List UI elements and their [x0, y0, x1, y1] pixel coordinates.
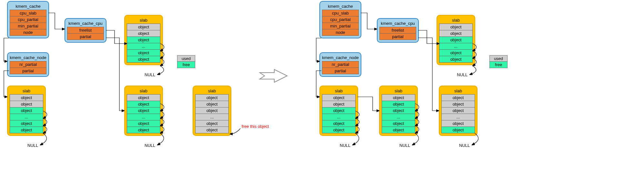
slab-obj: object — [10, 94, 43, 101]
slab-obj: object — [382, 94, 415, 101]
slab-obj: object — [127, 49, 160, 56]
slab-obj: ... — [322, 114, 356, 120]
kmem-cache-cpu-title: kmem_cache_cpu — [379, 20, 416, 27]
field-nr-partial: nr_partial — [10, 61, 46, 68]
kmem-cache-cpu-right: kmem_cache_cpu freelist partial — [377, 18, 419, 43]
slab-title: slab — [441, 88, 475, 95]
slab-obj: object — [10, 101, 43, 107]
field-partial: partial — [322, 67, 359, 74]
field-min-partial: min_partial — [10, 23, 46, 29]
null-label: NULL — [457, 72, 468, 77]
slab-obj: object — [127, 107, 160, 114]
kmem-cache-title: kmem_cache — [322, 3, 359, 10]
slab-obj: object — [382, 120, 415, 127]
slab-obj: object — [10, 127, 43, 133]
slab-top-left: slab object object object ... object obj… — [124, 15, 163, 65]
slab-obj: object — [439, 24, 473, 30]
legend-used: used — [177, 56, 195, 62]
field-partial: partial — [10, 67, 46, 74]
legend-free: free — [177, 61, 195, 68]
slab-obj: object — [195, 94, 229, 101]
kmem-cache-cpu-title: kmem_cache_cpu — [67, 20, 104, 27]
slab-obj: object — [322, 94, 356, 101]
slab-obj: object — [195, 120, 229, 127]
field-node: node — [322, 29, 359, 36]
null-label: NULL — [145, 72, 155, 77]
legend-right: used free — [489, 55, 508, 68]
slab-obj: object — [195, 101, 229, 107]
slab-obj: object — [127, 56, 160, 63]
slab-obj: ... — [439, 43, 473, 50]
slab-title: slab — [382, 88, 415, 95]
slab-obj: object — [441, 127, 475, 133]
field-partial: partial — [379, 33, 416, 40]
field-cpu-partial: cpu_partial — [10, 16, 46, 23]
slab-obj: object — [127, 127, 160, 133]
kmem-cache-cpu-left: kmem_cache_cpu freelist partial — [65, 18, 106, 43]
field-nr-partial: nr_partial — [322, 61, 359, 68]
null-label: NULL — [340, 143, 350, 148]
slab-obj: object — [441, 94, 475, 101]
slab-obj: object — [441, 107, 475, 114]
field-freelist: freelist — [67, 27, 104, 34]
kmem-cache-node-right: kmem_cache_node nr_partial partial — [319, 52, 361, 77]
slab-obj: object — [127, 30, 160, 37]
kmem-cache-title: kmem_cache — [10, 3, 46, 10]
field-partial: partial — [67, 33, 104, 40]
slab-obj: ... — [441, 114, 475, 120]
slab-obj: object — [195, 107, 229, 114]
slab-obj: object — [441, 120, 475, 127]
slab-title: slab — [195, 88, 229, 95]
legend-used: used — [490, 56, 507, 62]
slab-br1: slab object object object ... object obj… — [319, 86, 358, 136]
kmem-cache-node-left: kmem_cache_node nr_partial partial — [7, 52, 49, 77]
slab-obj: ... — [382, 114, 415, 120]
slab-obj: object — [127, 120, 160, 127]
field-min-partial: min_partial — [322, 23, 359, 29]
free-this-annotation: free this object — [242, 124, 269, 129]
slab-all-used-left: slab object object object ... object obj… — [193, 86, 231, 136]
null-label: NULL — [399, 143, 410, 148]
legend-free: free — [490, 61, 507, 68]
slab-obj: object — [195, 127, 229, 133]
slab-obj: object — [439, 49, 473, 56]
slab-obj: object — [10, 107, 43, 114]
slab-top-right: slab object object object ... object obj… — [437, 15, 475, 65]
slab-obj: object — [322, 127, 356, 133]
slab-title: slab — [127, 88, 160, 95]
slab-obj: object — [127, 94, 160, 101]
null-label: NULL — [145, 143, 155, 148]
slab-title: slab — [10, 88, 43, 95]
slab-obj: ... — [127, 43, 160, 50]
null-label: NULL — [27, 143, 38, 148]
null-label: NULL — [459, 143, 470, 148]
slab-br2: slab object object object ... object obj… — [379, 86, 418, 136]
field-cpu-slab: cpu_slab — [322, 10, 359, 16]
kmem-cache-node-title: kmem_cache_node — [10, 55, 46, 61]
kmem-cache-node-title: kmem_cache_node — [322, 55, 359, 61]
slab-title: slab — [127, 17, 160, 24]
slab-bottom-mid-left: slab object object object ... object obj… — [124, 86, 163, 136]
field-cpu-partial: cpu_partial — [322, 16, 359, 23]
slab-obj: object — [322, 107, 356, 114]
slab-obj: object — [322, 101, 356, 107]
slab-obj: object — [127, 36, 160, 43]
field-node: node — [10, 29, 46, 36]
legend-left: used free — [177, 55, 195, 68]
slab-obj: object — [10, 120, 43, 127]
kmem-cache-right: kmem_cache cpu_slab cpu_partial min_part… — [319, 1, 361, 38]
slab-br3: slab object object object ... object obj… — [439, 86, 478, 136]
transition-arrow-icon — [258, 68, 290, 84]
slab-obj: object — [322, 120, 356, 127]
slab-obj: object — [439, 56, 473, 63]
slab-obj: ... — [127, 114, 160, 120]
slab-obj: object — [382, 107, 415, 114]
field-freelist: freelist — [379, 27, 416, 34]
slab-title: slab — [439, 17, 473, 24]
slab-obj: object — [382, 101, 415, 107]
slab-obj: object — [127, 101, 160, 107]
field-cpu-slab: cpu_slab — [10, 10, 46, 16]
slab-obj: object — [382, 127, 415, 133]
slab-bottom-left-left: slab object object object ... object obj… — [7, 86, 46, 136]
slab-obj: object — [127, 24, 160, 30]
